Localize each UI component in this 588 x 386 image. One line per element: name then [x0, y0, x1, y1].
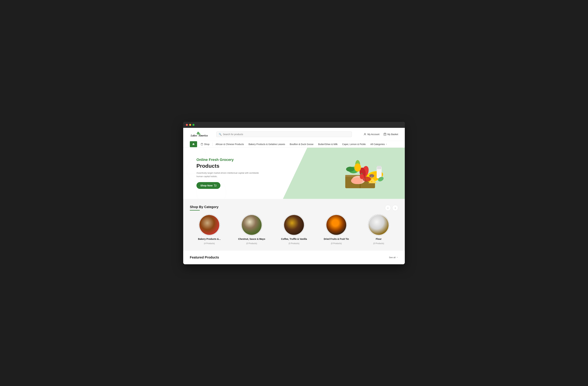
header: Lakes America 🔍 My Account	[183, 128, 405, 141]
svg-point-21	[354, 163, 361, 172]
section-title: Shop By Category	[190, 205, 218, 211]
featured-products-section: Featured Products See all	[183, 251, 405, 264]
my-basket-link[interactable]: My Basket	[383, 133, 398, 136]
nav-home-button[interactable]	[190, 141, 197, 147]
category-name-dried-fruits: Dried Fruits & Fruit Tin	[324, 238, 349, 240]
category-name-chestnut: Chestnut, Sauce & Mayo	[238, 238, 265, 240]
my-account-link[interactable]: My Account	[363, 133, 379, 136]
svg-point-29	[360, 174, 364, 179]
category-count-flour: (0 Products)	[373, 242, 384, 245]
nav-item-butter[interactable]: Butter/Ghee & Milk	[316, 141, 340, 148]
see-all-link[interactable]: See all	[389, 256, 398, 259]
shop-by-category-section: Shop By Category ‹ › Bakery Products	[183, 199, 405, 251]
category-next-button[interactable]: ›	[392, 205, 398, 211]
category-item-bakery[interactable]: Bakery Products &... (4 Products)	[190, 214, 229, 245]
browser-window: Lakes America 🔍 My Account	[183, 122, 405, 264]
category-image-flour	[369, 215, 389, 235]
svg-rect-28	[371, 176, 372, 178]
my-account-label: My Account	[367, 133, 379, 136]
nav-item-caper[interactable]: Caper, Lemon & Pickle	[340, 141, 368, 148]
nav-shop-button[interactable]: Shop	[198, 141, 212, 148]
account-icon	[363, 133, 366, 136]
traffic-light-yellow[interactable]	[189, 124, 191, 126]
nav-divider	[212, 143, 213, 146]
svg-rect-17	[377, 166, 381, 169]
category-circle-bakery	[199, 214, 220, 236]
shop-now-label: Shop Now	[200, 184, 212, 187]
nav-shop-label: Shop	[204, 143, 210, 146]
svg-text:America: America	[198, 134, 208, 137]
svg-point-8	[216, 186, 216, 187]
category-prev-button[interactable]: ‹	[385, 205, 391, 211]
page: Lakes America 🔍 My Account	[183, 128, 405, 264]
category-count-bakery: (4 Products)	[204, 242, 215, 245]
hero-image	[329, 149, 392, 197]
category-name-bakery: Bakery Products &...	[198, 238, 221, 240]
svg-point-23	[371, 181, 372, 182]
category-image-chestnut	[242, 215, 262, 235]
category-count-dried-fruits: (0 Products)	[331, 242, 342, 245]
search-input[interactable]	[223, 133, 349, 136]
shop-bag-icon	[201, 143, 203, 145]
svg-text:Lakes: Lakes	[190, 134, 197, 137]
navigation: Shop African & Chinese Products Bakery P…	[183, 141, 405, 148]
category-name-coffee: Coffee, Truffle & Vanilla	[281, 238, 307, 240]
search-icon: 🔍	[219, 133, 222, 136]
nav-all-categories[interactable]: All Categories	[368, 141, 390, 148]
svg-point-26	[363, 177, 371, 182]
nav-item-african-chinese[interactable]: African & Chinese Products	[213, 141, 246, 148]
hero-description: Assertively target market-driven intelle…	[196, 171, 259, 178]
category-image-bakery	[199, 215, 219, 235]
header-actions: My Account My Basket	[355, 133, 398, 136]
see-all-label: See all	[389, 256, 396, 259]
categories-grid: Bakery Products &... (4 Products) Chestn…	[190, 214, 398, 245]
next-icon: ›	[395, 207, 396, 209]
browser-chrome	[183, 122, 405, 128]
category-item-coffee[interactable]: Coffee, Truffle & Vanilla (0 Products)	[274, 214, 314, 245]
hero-food-illustration	[332, 150, 388, 196]
see-all-chevron-icon	[396, 256, 398, 258]
section-header: Shop By Category ‹ ›	[190, 205, 398, 211]
all-categories-label: All Categories	[370, 143, 385, 146]
search-bar[interactable]: 🔍	[216, 131, 352, 137]
basket-icon	[383, 133, 386, 136]
category-image-coffee	[284, 215, 304, 235]
prev-icon: ‹	[388, 207, 388, 209]
cart-icon	[214, 184, 216, 187]
category-count-coffee: (0 Products)	[289, 242, 299, 245]
category-image-dried-fruits	[326, 215, 346, 235]
nav-item-bouillon[interactable]: Bouillon & Duck Goose	[287, 141, 316, 148]
category-nav: ‹ ›	[385, 205, 398, 211]
logo[interactable]: Lakes America	[190, 130, 213, 138]
my-basket-label: My Basket	[387, 133, 398, 136]
category-circle-flour	[368, 214, 389, 236]
logo-svg: Lakes America	[190, 130, 213, 138]
category-item-dried-fruits[interactable]: Dried Fruits & Fruit Tin (0 Products)	[317, 214, 356, 245]
category-circle-chestnut	[241, 214, 262, 236]
category-circle-coffee	[283, 214, 305, 236]
category-count-chestnut: (0 Products)	[246, 242, 257, 245]
category-item-chestnut[interactable]: Chestnut, Sauce & Mayo (0 Products)	[232, 214, 271, 245]
svg-point-4	[364, 133, 365, 134]
hero-section: Online Fresh Grocery Products Assertivel…	[183, 148, 405, 199]
home-icon	[192, 143, 195, 146]
svg-point-19	[346, 167, 354, 172]
shop-now-button[interactable]: Shop Now	[196, 182, 220, 189]
nav-item-bakery[interactable]: Bakery Products & Gelatine Leaves	[246, 141, 287, 148]
category-circle-dried-fruits	[326, 214, 347, 236]
category-item-flour[interactable]: Flour (0 Products)	[359, 214, 398, 245]
category-name-flour: Flour	[376, 238, 382, 240]
featured-header: Featured Products See all	[190, 256, 398, 259]
svg-point-7	[215, 186, 215, 187]
traffic-light-green[interactable]	[192, 124, 194, 126]
chevron-right-icon	[385, 143, 387, 145]
featured-title: Featured Products	[190, 256, 219, 259]
traffic-light-red[interactable]	[186, 124, 188, 126]
